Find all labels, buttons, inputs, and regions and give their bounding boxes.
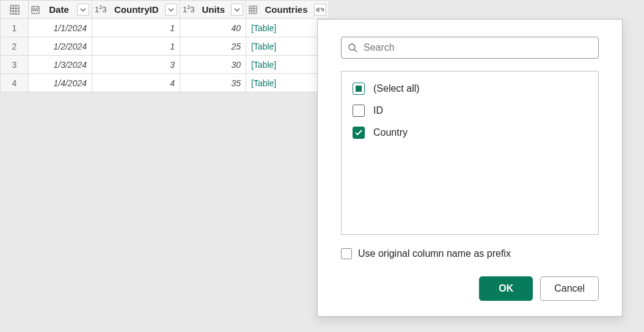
prefix-option-row[interactable]: Use original column name as prefix xyxy=(341,248,599,259)
expand-columns-popup: (Select all) ID Country Use original col… xyxy=(317,19,623,317)
ok-button[interactable]: OK xyxy=(479,276,533,301)
cell-units[interactable]: 25 xyxy=(180,37,246,56)
row-index-cell[interactable]: 3 xyxy=(1,56,29,74)
row-index-cell[interactable]: 2 xyxy=(1,37,29,56)
cell-countryid[interactable]: 1 xyxy=(92,37,180,56)
row-index-header[interactable] xyxy=(1,1,29,19)
search-icon xyxy=(348,43,357,53)
column-header-countries[interactable]: Countries xyxy=(246,1,329,19)
column-label: Units xyxy=(197,4,229,15)
calendar-icon xyxy=(31,6,40,14)
table-row[interactable]: 41/4/2024435[Table] xyxy=(1,74,329,92)
cell-date[interactable]: 1/2/2024 xyxy=(29,37,92,56)
prefix-label: Use original column name as prefix xyxy=(358,248,511,259)
search-input[interactable] xyxy=(364,42,592,53)
cell-date[interactable]: 1/1/2024 xyxy=(29,19,92,37)
number-type-icon: 123 xyxy=(95,5,106,14)
table-row[interactable]: 21/2/2024125[Table] xyxy=(1,37,329,56)
column-option-label: Country xyxy=(373,127,408,138)
column-option-id[interactable]: ID xyxy=(353,105,587,117)
number-type-icon: 123 xyxy=(183,5,194,14)
column-label: Countries xyxy=(260,4,312,15)
cell-countryid[interactable]: 4 xyxy=(92,74,180,92)
columns-list: (Select all) ID Country xyxy=(341,71,599,235)
column-option-label: ID xyxy=(373,105,383,116)
checkbox-checked[interactable] xyxy=(353,127,365,139)
cell-units[interactable]: 40 xyxy=(180,19,246,37)
table-icon xyxy=(8,3,21,17)
svg-point-17 xyxy=(349,44,355,50)
row-index-cell[interactable]: 1 xyxy=(1,19,29,37)
svg-rect-10 xyxy=(35,10,36,11)
row-index-cell[interactable]: 4 xyxy=(1,74,29,92)
column-header-units[interactable]: 123 Units xyxy=(180,1,246,19)
select-all-label: (Select all) xyxy=(373,83,420,94)
table-row[interactable]: 11/1/2024140[Table] xyxy=(1,19,329,37)
cell-countryid[interactable]: 3 xyxy=(92,56,180,74)
column-header-date[interactable]: Date xyxy=(29,1,92,19)
svg-line-18 xyxy=(354,50,357,52)
cell-date[interactable]: 1/4/2024 xyxy=(29,74,92,92)
checkbox-unchecked[interactable] xyxy=(341,248,352,259)
column-label: Date xyxy=(42,4,75,15)
checkbox-indeterminate[interactable] xyxy=(353,83,365,95)
column-label: CountryID xyxy=(109,4,163,15)
expand-column-button[interactable] xyxy=(314,4,326,16)
cell-units[interactable]: 30 xyxy=(180,56,246,74)
cancel-button[interactable]: Cancel xyxy=(540,276,599,301)
select-all-row[interactable]: (Select all) xyxy=(353,83,587,95)
column-filter-button[interactable] xyxy=(231,4,243,16)
column-option-country[interactable]: Country xyxy=(353,127,587,139)
search-field-wrap[interactable] xyxy=(341,37,599,59)
cell-units[interactable]: 35 xyxy=(180,74,246,92)
data-grid: Date 123 CountryID xyxy=(0,0,329,92)
column-header-countryid[interactable]: 123 CountryID xyxy=(92,1,180,19)
checkbox-unchecked[interactable] xyxy=(353,105,365,117)
table-row[interactable]: 31/3/2024330[Table] xyxy=(1,56,329,74)
svg-rect-0 xyxy=(10,6,19,14)
column-filter-button[interactable] xyxy=(165,4,177,16)
cell-countryid[interactable]: 1 xyxy=(92,19,180,37)
svg-rect-9 xyxy=(33,10,34,11)
cell-date[interactable]: 1/3/2024 xyxy=(29,56,92,74)
table-icon xyxy=(249,6,257,14)
dialog-buttons: OK Cancel xyxy=(341,276,599,301)
svg-rect-11 xyxy=(37,10,38,11)
column-filter-button[interactable] xyxy=(77,4,89,16)
svg-rect-12 xyxy=(249,6,257,13)
